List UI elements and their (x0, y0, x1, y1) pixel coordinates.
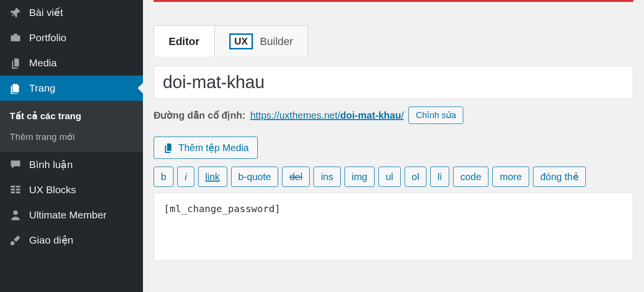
qt-more[interactable]: more (492, 167, 529, 187)
sidebar-item-posts[interactable]: Bài viết (0, 0, 143, 25)
page-title-input[interactable] (163, 72, 624, 92)
sidebar-sub-all-pages[interactable]: Tất cả các trang (0, 106, 143, 126)
sidebar-label: Portfolio (29, 32, 66, 44)
title-wrap (154, 66, 633, 99)
brush-icon (9, 234, 22, 246)
admin-sidebar: Bài viết Portfolio Media Trang Tất cả cá… (0, 0, 143, 292)
qt-bold[interactable]: b (154, 167, 173, 187)
qt-bquote[interactable]: b-quote (231, 167, 279, 187)
content-editor[interactable] (154, 193, 633, 261)
qt-img[interactable]: img (345, 167, 375, 187)
add-media-button[interactable]: Thêm tệp Media (154, 137, 258, 159)
sidebar-label: Giao diện (29, 234, 73, 246)
blocks-icon (9, 184, 22, 196)
sidebar-label: Bình luận (29, 159, 73, 170)
qt-link[interactable]: link (198, 167, 227, 187)
user-icon (9, 209, 22, 221)
main-content: Editor UX Builder Đường dẫn cố định: htt… (143, 0, 644, 292)
ux-badge: UX (229, 33, 253, 49)
permalink-edit-button[interactable]: Chỉnh sửa (408, 107, 463, 124)
qt-code[interactable]: code (453, 167, 488, 187)
pages-icon (9, 82, 22, 94)
red-bar (154, 0, 633, 2)
media-icon (9, 57, 22, 69)
pin-icon (9, 7, 22, 18)
qt-ins[interactable]: ins (314, 167, 341, 187)
sidebar-sub-add-new[interactable]: Thêm trang mới (0, 126, 143, 147)
permalink-link[interactable]: https://uxthemes.net/doi-mat-khau/ (250, 110, 404, 121)
qt-ol[interactable]: ol (405, 167, 427, 187)
sidebar-item-portfolio[interactable]: Portfolio (0, 25, 143, 50)
comment-icon (9, 159, 22, 170)
tab-editor[interactable]: Editor (154, 25, 215, 57)
tab-ux-builder[interactable]: UX Builder (214, 25, 308, 56)
media-icon (163, 142, 173, 153)
sidebar-label: Media (29, 57, 57, 69)
sidebar-item-comments[interactable]: Bình luận (0, 152, 143, 177)
sidebar-item-uxblocks[interactable]: UX Blocks (0, 177, 143, 202)
add-media-label: Thêm tệp Media (178, 142, 249, 154)
qt-italic[interactable]: i (177, 167, 194, 187)
editor-tabs: Editor UX Builder (154, 25, 633, 56)
qt-del[interactable]: del (282, 167, 310, 187)
sidebar-item-pages[interactable]: Trang (0, 76, 143, 101)
sidebar-label: Bài viết (29, 7, 63, 18)
sidebar-label: Trang (29, 82, 55, 94)
sidebar-item-ultimatemember[interactable]: Ultimate Member (0, 202, 143, 228)
qt-close-tags[interactable]: đóng thẻ (533, 167, 586, 187)
sidebar-label: Ultimate Member (29, 209, 107, 221)
sidebar-label: UX Blocks (29, 184, 76, 196)
tab-builder-label: Builder (260, 35, 293, 48)
permalink-label: Đường dẫn cố định: (154, 109, 245, 121)
permalink-row: Đường dẫn cố định: https://uxthemes.net/… (154, 107, 633, 124)
briefcase-icon (9, 32, 22, 44)
qt-li[interactable]: li (430, 167, 449, 187)
qt-ul[interactable]: ul (378, 167, 401, 187)
sidebar-item-appearance[interactable]: Giao diện (0, 228, 143, 253)
sidebar-submenu: Tất cả các trang Thêm trang mới (0, 101, 143, 152)
sidebar-item-media[interactable]: Media (0, 50, 143, 76)
quicktags-toolbar: b i link b-quote del ins img ul ol li co… (154, 167, 633, 187)
